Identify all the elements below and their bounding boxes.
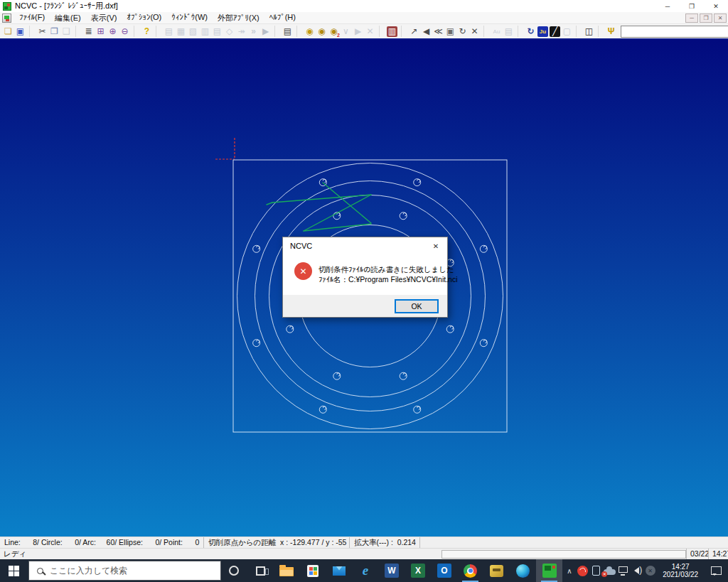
edge-swirl-icon bbox=[516, 564, 530, 578]
select-rect-button[interactable]: ▣ bbox=[444, 25, 456, 38]
ok-button[interactable]: OK bbox=[395, 299, 439, 313]
menu-window[interactable]: ｳｨﾝﾄﾞｳ(W) bbox=[166, 12, 213, 24]
file-explorer-icon[interactable] bbox=[274, 559, 300, 582]
reload-button[interactable]: ↻ bbox=[525, 25, 537, 38]
rotate-button[interactable]: ↻ bbox=[456, 25, 469, 38]
microsoft-store-icon[interactable] bbox=[300, 559, 326, 582]
toolbar-separator bbox=[296, 26, 301, 37]
antivirus-tray-icon[interactable] bbox=[576, 559, 589, 582]
cortana-button[interactable] bbox=[221, 559, 247, 582]
layer-button[interactable]: ≣ bbox=[82, 25, 95, 38]
sim-play-button: ▶ bbox=[259, 25, 272, 38]
mail-icon[interactable] bbox=[326, 559, 353, 582]
tablet-tray-icon[interactable] bbox=[589, 559, 603, 582]
split-view-button[interactable]: ◫ bbox=[583, 25, 595, 38]
dialog-message-line2: ﾌｧｲﾙ名：C:¥Program Files¥NCVC¥Init.nci bbox=[318, 274, 457, 284]
cut-button[interactable]: ✂ bbox=[36, 25, 48, 38]
delete-button[interactable]: ✕ bbox=[469, 25, 481, 38]
taskbar-search-input[interactable]: ここに入力して検索 bbox=[28, 561, 221, 581]
menu-options[interactable]: ｵﾌﾟｼｮﾝ(O) bbox=[122, 12, 166, 24]
toolbar-separator bbox=[518, 26, 523, 37]
cutting-origin-distance: 切削原点からの距離 x : -129.477 / y : -55 bbox=[204, 537, 350, 548]
chrome-icon[interactable] bbox=[457, 559, 483, 582]
toolbar: ❏▣✂❐❑≣⊞⊕⊖?▤▦▧▥▤◇↠»▶▤◉◉◉2∨▶✕▥↗◀≪▣↻✕Au▤↻Ju… bbox=[0, 23, 728, 40]
toolbar-separator bbox=[401, 26, 406, 37]
close-button[interactable]: ✕ bbox=[704, 0, 728, 12]
menu-edit[interactable]: 編集(E) bbox=[50, 12, 86, 24]
mdi-close-button[interactable]: ✕ bbox=[714, 14, 727, 23]
generate-nc-outline-button[interactable]: ◉ bbox=[316, 25, 328, 38]
speaker-icon bbox=[631, 566, 643, 576]
editor-app-button[interactable]: ╱ bbox=[549, 25, 561, 38]
help-button[interactable]: ? bbox=[141, 25, 153, 38]
toolbar-separator bbox=[576, 26, 581, 37]
zoom-out-button[interactable]: ⊖ bbox=[119, 25, 131, 38]
ncvc-taskbar-icon[interactable] bbox=[536, 559, 562, 582]
status-progress-panel bbox=[441, 550, 686, 559]
resize-button[interactable]: ↗ bbox=[408, 25, 420, 38]
cutting-condition-combobox[interactable] bbox=[621, 26, 728, 38]
infobar-empty-panel bbox=[420, 537, 728, 548]
options-button[interactable]: Ψ bbox=[605, 25, 617, 38]
save-button[interactable]: ▣ bbox=[14, 25, 26, 38]
menu-file[interactable]: ﾌｧｲﾙ(F) bbox=[14, 12, 50, 24]
search-icon bbox=[37, 568, 43, 574]
zoom-window-button[interactable]: ⊞ bbox=[95, 25, 107, 38]
zoom-in-button[interactable]: ⊕ bbox=[107, 25, 119, 38]
internet-explorer-icon[interactable]: e bbox=[353, 559, 379, 582]
network-tray-icon[interactable] bbox=[616, 559, 630, 582]
word-icon[interactable]: W bbox=[379, 559, 405, 582]
action-center-icon[interactable] bbox=[704, 559, 728, 582]
outlook-icon-glyph: O bbox=[437, 564, 451, 578]
dialog-footer: OK bbox=[283, 295, 447, 317]
task-view-icon bbox=[256, 566, 265, 576]
task-view-button[interactable] bbox=[247, 559, 274, 582]
start-button[interactable] bbox=[0, 559, 28, 582]
move-first-button[interactable]: ≪ bbox=[432, 25, 444, 38]
cloud-error-badge: ✕ bbox=[601, 571, 607, 577]
x-circle-icon: ✕ bbox=[646, 566, 655, 576]
menu-help[interactable]: ﾍﾙﾌﾟ(H) bbox=[264, 12, 301, 24]
ju-app-button[interactable]: Ju bbox=[537, 25, 549, 38]
capture-button[interactable]: ▥ bbox=[386, 25, 398, 38]
chrome-circle-icon bbox=[464, 564, 477, 578]
property-button[interactable]: ▤ bbox=[282, 25, 294, 38]
app-icon bbox=[3, 2, 11, 11]
dialog-close-icon[interactable]: ✕ bbox=[424, 237, 447, 254]
minimize-button[interactable]: ─ bbox=[655, 0, 680, 12]
edge-icon[interactable] bbox=[510, 559, 536, 582]
zoom-ratio: 拡大率(---) : 0.214 bbox=[350, 537, 420, 548]
error-dialog: NCVC ✕ ✕ 切削条件ﾌｧｲﾙの読み書きに失敗しました ﾌｧｲﾙ名：C:¥P… bbox=[282, 237, 448, 318]
tray-chevron-icon[interactable]: ∧ bbox=[562, 559, 576, 582]
onedrive-tray-icon[interactable]: ✕ bbox=[603, 559, 616, 582]
copy-button[interactable]: ❐ bbox=[48, 25, 60, 38]
store-bag-icon bbox=[307, 565, 318, 577]
doc-app-button: ▢ bbox=[561, 25, 573, 38]
menu-external-apps[interactable]: 外部ｱﾌﾟﾘ(X) bbox=[213, 12, 264, 24]
mdi-window-controls: ─❐✕ bbox=[685, 14, 728, 23]
move-back-button[interactable]: ◀ bbox=[420, 25, 432, 38]
title-bar: NCVC - [ﾌﾗﾝｼﾞ ﾚｼﾞｭｰｻｰ用.dxf] ─❐✕ bbox=[0, 0, 728, 12]
ncvc-green-icon bbox=[542, 564, 557, 578]
sim-fast-button: » bbox=[247, 25, 259, 38]
generate-nc-sub2-button[interactable]: ◉2 bbox=[328, 25, 340, 38]
toolbar-separator bbox=[156, 26, 161, 37]
status-time: 14:27 bbox=[708, 549, 728, 560]
cam-tool-icon[interactable] bbox=[483, 559, 510, 582]
clock-date: 2021/03/22 bbox=[663, 571, 698, 579]
outlook-icon[interactable]: O bbox=[431, 559, 457, 582]
dialog-title: NCVC bbox=[283, 237, 447, 254]
document-icon bbox=[2, 14, 11, 23]
mdi-restore-button[interactable]: ❐ bbox=[700, 14, 712, 23]
menu-view[interactable]: 表示(V) bbox=[86, 12, 122, 24]
maximize-button[interactable]: ❐ bbox=[680, 0, 704, 12]
taskbar-clock[interactable]: 14:272021/03/22 bbox=[657, 559, 704, 582]
excel-icon[interactable]: X bbox=[405, 559, 431, 582]
document-info-bar: Line: 8/ Circle: 0/ Arc: 60/ Ellipse: 0/… bbox=[0, 537, 728, 548]
generate-nc-button[interactable]: ◉ bbox=[304, 25, 316, 38]
speech-bubble-icon bbox=[711, 566, 722, 575]
mdi-minimize-button[interactable]: ─ bbox=[685, 14, 698, 23]
volume-tray-icon[interactable] bbox=[630, 559, 643, 582]
open-button[interactable]: ❏ bbox=[2, 25, 14, 38]
tray-x-icon[interactable]: ✕ bbox=[643, 559, 657, 582]
